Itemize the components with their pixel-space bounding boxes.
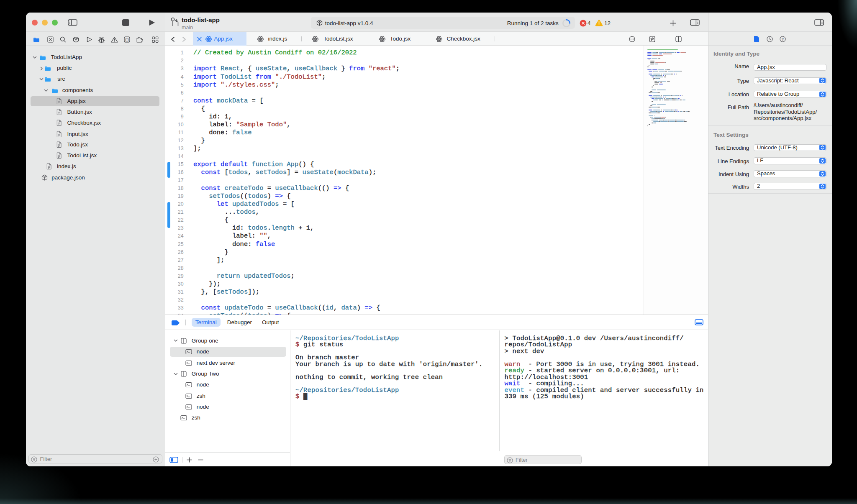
svg-text:?: ? bbox=[781, 36, 783, 41]
svg-text:{}: {} bbox=[125, 38, 129, 42]
